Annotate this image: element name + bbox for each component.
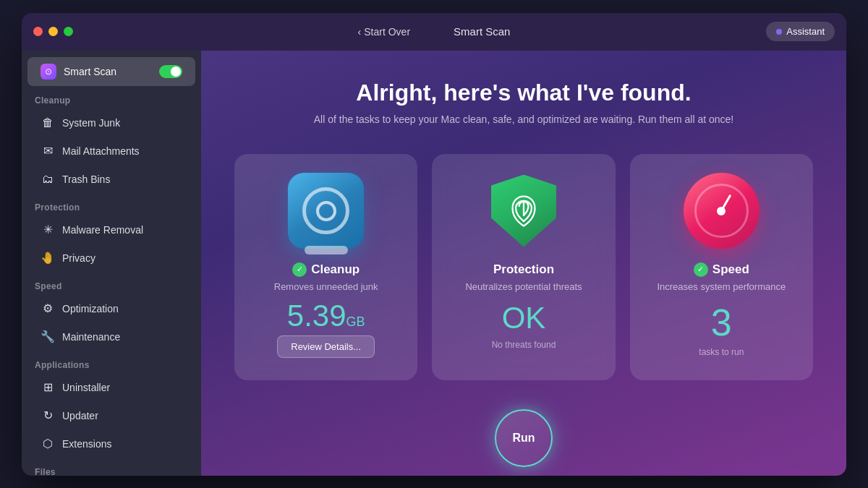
sidebar-item-label: Extensions — [62, 438, 111, 450]
fingerprint-svg — [506, 193, 542, 229]
maximize-button[interactable] — [64, 27, 73, 36]
window-title: Smart Scan — [454, 25, 510, 38]
sidebar-item-label: Uninstaller — [62, 382, 110, 393]
speed-dot — [717, 207, 726, 215]
speed-title-row: ✓ Speed — [694, 262, 749, 277]
sidebar-item-privacy[interactable]: 🤚 Privacy — [27, 244, 195, 272]
malware-removal-icon: ✳ — [41, 223, 55, 237]
protection-card-title: Protection — [493, 262, 554, 277]
sidebar-item-label: Privacy — [62, 252, 95, 264]
mail-attachments-icon: ✉ — [41, 144, 55, 158]
protection-section-label: Protection — [22, 194, 201, 215]
assistant-label: Assistant — [786, 26, 825, 37]
app-window: ‹ Start Over Smart Scan Assistant ⊙ Smar… — [22, 13, 846, 476]
sidebar-item-label: Maintenance — [62, 331, 120, 343]
main-panel: Alright, here's what I've found. All of … — [201, 51, 846, 476]
sidebar-item-label: Mail Attachments — [62, 145, 140, 157]
cleanup-icon-wrap — [286, 171, 366, 251]
main-subheadline: All of the tasks to keep your Mac clean,… — [314, 114, 734, 125]
sidebar-item-label: Malware Removal — [62, 224, 143, 236]
sidebar-item-maintenance[interactable]: 🔧 Maintenance — [27, 323, 195, 351]
speed-section-label: Speed — [22, 273, 201, 294]
sidebar-item-trash-bins[interactable]: 🗂 Trash Bins — [27, 166, 195, 193]
assistant-dot-icon — [776, 29, 782, 35]
sidebar-item-optimization[interactable]: ⚙ Optimization — [27, 295, 195, 322]
minimize-button[interactable] — [48, 27, 58, 36]
main-headline: Alright, here's what I've found. — [356, 80, 691, 106]
speed-icon-wrap — [681, 171, 761, 251]
speed-value: 3 — [711, 301, 732, 344]
optimization-icon: ⚙ — [41, 301, 55, 316]
sidebar-item-label: Smart Scan — [64, 66, 116, 77]
protection-sub: No threats found — [492, 340, 556, 350]
uninstaller-icon: ⊞ — [41, 380, 55, 395]
cleanup-unit: GB — [346, 314, 365, 329]
shield-icon — [485, 173, 561, 249]
cleanup-number: 5.39 — [287, 299, 346, 333]
trash-bins-icon: 🗂 — [41, 172, 55, 187]
protection-card: Protection Neutralizes potential threats… — [432, 154, 615, 380]
protection-icon-wrap — [484, 171, 563, 251]
back-label: Start Over — [364, 26, 410, 38]
cleanup-card-title: Cleanup — [311, 262, 359, 277]
title-bar-center: ‹ Start Over Smart Scan — [358, 25, 511, 38]
back-button[interactable]: ‹ Start Over — [358, 26, 410, 38]
speed-card-title: Speed — [712, 262, 749, 277]
maintenance-icon: 🔧 — [41, 330, 55, 344]
chevron-left-icon: ‹ — [358, 26, 362, 38]
extensions-icon: ⬡ — [41, 437, 55, 451]
updater-icon: ↻ — [41, 408, 55, 423]
sidebar-item-label: System Junk — [62, 117, 120, 129]
sidebar-item-label: Trash Bins — [62, 174, 110, 185]
sidebar-item-smart-scan[interactable]: ⊙ Smart Scan — [27, 57, 195, 86]
disk-arm — [305, 246, 348, 254]
review-details-button[interactable]: Review Details... — [277, 335, 375, 358]
speed-card: ✓ Speed Increases system performance 3 t… — [630, 154, 813, 380]
speedometer-icon — [684, 173, 760, 249]
cleanup-section-label: Cleanup — [22, 87, 201, 108]
protection-title-row: Protection — [493, 262, 554, 277]
main-content: ⊙ Smart Scan Cleanup 🗑 System Junk ✉ Mai… — [22, 51, 846, 476]
cards-row: ✓ Cleanup Removes unneeded junk 5.39GB R… — [234, 154, 813, 380]
sidebar-item-label: Optimization — [62, 303, 119, 314]
run-button[interactable]: Run — [495, 409, 553, 467]
sidebar-item-updater[interactable]: ↻ Updater — [27, 402, 195, 429]
sidebar-item-extensions[interactable]: ⬡ Extensions — [27, 430, 195, 458]
assistant-button[interactable]: Assistant — [766, 22, 835, 41]
run-button-wrap: Run — [495, 409, 553, 467]
cleanup-description: Removes unneeded junk — [274, 281, 378, 292]
sidebar-item-mail-attachments[interactable]: ✉ Mail Attachments — [27, 137, 195, 165]
speedometer-inner — [694, 184, 749, 238]
sidebar-item-uninstaller[interactable]: ⊞ Uninstaller — [27, 374, 195, 401]
files-section-label: Files — [22, 458, 201, 476]
close-button[interactable] — [33, 27, 43, 36]
cleanup-title-row: ✓ Cleanup — [292, 262, 359, 277]
cleanup-check-icon: ✓ — [292, 262, 307, 277]
smart-scan-toggle[interactable] — [159, 65, 182, 78]
speed-check-icon: ✓ — [694, 262, 708, 277]
sidebar-item-label: Updater — [62, 410, 98, 421]
title-bar: ‹ Start Over Smart Scan Assistant — [22, 13, 846, 51]
applications-section-label: Applications — [22, 351, 201, 373]
shield-shape — [491, 175, 556, 247]
speed-description: Increases system performance — [657, 281, 786, 292]
sidebar: ⊙ Smart Scan Cleanup 🗑 System Junk ✉ Mai… — [22, 51, 201, 476]
speed-sub: tasks to run — [699, 347, 744, 357]
protection-value: OK — [502, 301, 546, 335]
sidebar-item-malware-removal[interactable]: ✳ Malware Removal — [27, 216, 195, 244]
protection-description: Neutralizes potential threats — [465, 281, 582, 292]
system-junk-icon: 🗑 — [41, 116, 55, 130]
traffic-lights — [33, 27, 73, 36]
cleanup-value: 5.39GB — [287, 301, 365, 331]
sidebar-item-system-junk[interactable]: 🗑 System Junk — [27, 109, 195, 137]
cleanup-card: ✓ Cleanup Removes unneeded junk 5.39GB R… — [234, 154, 417, 380]
disk-icon — [288, 173, 364, 249]
smart-scan-icon: ⊙ — [41, 64, 56, 80]
privacy-icon: 🤚 — [41, 251, 55, 265]
disk-inner — [302, 187, 349, 234]
